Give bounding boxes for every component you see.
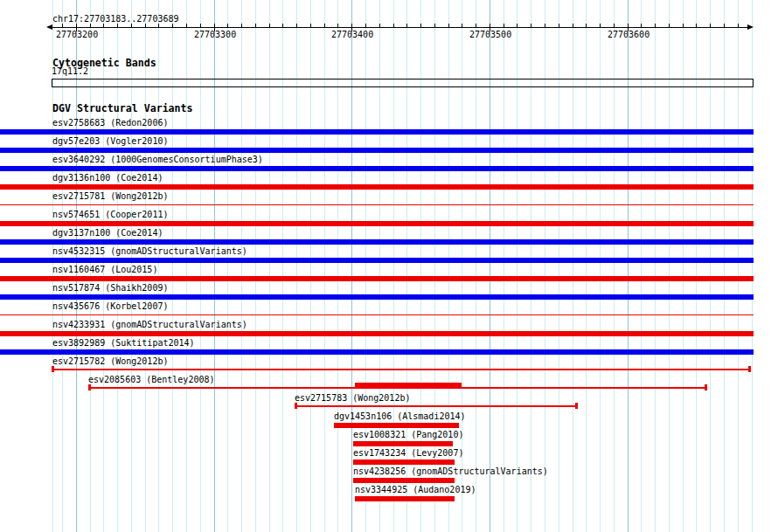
ruler-minor-tick	[586, 24, 587, 28]
ruler-minor-tick	[476, 24, 476, 28]
ruler-tick-label: 27703500	[469, 30, 511, 40]
ruler-minor-tick	[200, 24, 201, 28]
variant-glyph-nsv517874[interactable]	[0, 294, 754, 300]
variant-label-nsv4238256[interactable]: nsv4238256 (gnomADStructuralVariants)	[353, 466, 548, 477]
ruler-minor-tick	[365, 24, 366, 28]
variant-glyph-nsv4238256[interactable]	[353, 478, 455, 483]
variant-label-nsv435676[interactable]: nsv435676 (Korbel2007)	[52, 301, 168, 312]
variant-left-cap-esv2715783	[295, 403, 297, 409]
ruler-minor-tick	[282, 24, 283, 28]
variant-glyph-esv2715782[interactable]	[52, 369, 750, 370]
ruler-minor-tick	[241, 24, 242, 28]
ruler-tick-label: 27703300	[194, 30, 236, 40]
ruler-baseline	[52, 27, 748, 28]
ruler-minor-tick	[545, 24, 545, 28]
ruler-minor-tick	[255, 24, 256, 28]
variant-glyph-dgv3136n100[interactable]	[0, 184, 754, 190]
variant-glyph-nsv574651[interactable]	[0, 221, 754, 226]
variant-glyph-esv2715781[interactable]	[0, 204, 754, 205]
ruler-minor-tick	[448, 24, 449, 28]
cytoband-label: 17q11.2	[52, 66, 88, 77]
ruler-minor-tick	[227, 24, 228, 28]
cytoband-box[interactable]	[52, 79, 754, 87]
ruler-minor-tick	[517, 24, 518, 28]
variant-label-esv3892989[interactable]: esv3892989 (Suktitipat2014)	[52, 338, 195, 349]
dgv-track-title: DGV Structural Variants	[52, 103, 193, 114]
genome-browser-panel: chr17:27703183..27703689 277032002770330…	[0, 0, 778, 532]
ruler-tick-label: 27703200	[56, 30, 98, 40]
variant-glyph-dgv3137n100[interactable]	[0, 239, 754, 245]
ruler-minor-tick	[420, 24, 421, 28]
variant-glyph-nsv4233931[interactable]	[0, 331, 754, 336]
ruler-minor-tick	[531, 24, 531, 28]
variant-label-esv2715781[interactable]: esv2715781 (Wong2012b)	[52, 191, 168, 202]
ruler-minor-tick	[379, 24, 380, 28]
variant-glyph-esv1008321[interactable]	[353, 441, 453, 446]
variant-glyph-esv3892989[interactable]	[0, 349, 754, 355]
variant-label-esv3640292[interactable]: esv3640292 (1000GenomesConsortiumPhase3)	[52, 155, 263, 165]
variant-glyph-nsv435676[interactable]	[0, 314, 754, 315]
variant-label-esv1008321[interactable]: esv1008321 (Pang2010)	[353, 430, 463, 440]
variant-thick-segment-esv2085603[interactable]	[355, 383, 462, 389]
ruler-minor-tick	[337, 24, 338, 28]
ruler-minor-tick	[710, 24, 711, 28]
ruler-minor-tick	[393, 24, 394, 28]
variant-left-cap-esv2715782	[52, 366, 54, 372]
ruler-tick-label: 27703400	[331, 30, 373, 40]
variant-right-cap-esv2715783	[575, 403, 578, 409]
ruler-minor-tick	[324, 24, 325, 28]
ruler-minor-tick	[696, 24, 697, 28]
variant-label-nsv3344925[interactable]: nsv3344925 (Audano2019)	[355, 485, 476, 495]
variant-label-dgv3136n100[interactable]: dgv3136n100 (Coe2014)	[52, 173, 163, 183]
ruler-minor-tick	[655, 24, 656, 28]
ruler-minor-tick	[406, 24, 407, 28]
region-title: chr17:27703183..27703689	[52, 14, 179, 24]
variant-glyph-dgv1453n106[interactable]	[334, 423, 459, 428]
variant-label-dgv57e203[interactable]: dgv57e203 (Vogler2010)	[52, 136, 168, 147]
variant-label-nsv1160467[interactable]: nsv1160467 (Lou2015)	[52, 265, 157, 275]
variant-glyph-esv1743234[interactable]	[353, 459, 455, 465]
variant-glyph-nsv3344925[interactable]	[355, 496, 455, 501]
variant-glyph-esv2758683[interactable]	[0, 129, 754, 135]
variant-label-dgv1453n106[interactable]: dgv1453n106 (Alsmadi2014)	[334, 411, 466, 422]
variant-label-esv2715783[interactable]: esv2715783 (Wong2012b)	[295, 393, 410, 404]
variant-glyph-nsv1160467[interactable]	[0, 276, 754, 281]
ruler-minor-tick	[296, 24, 297, 28]
variant-right-cap-esv2715782	[748, 366, 751, 372]
ruler-minor-tick	[559, 24, 559, 28]
variant-label-nsv4233931[interactable]: nsv4233931 (gnomADStructuralVariants)	[52, 320, 247, 330]
ruler-minor-tick	[573, 24, 573, 28]
variant-glyph-esv3640292[interactable]	[0, 166, 754, 171]
ruler-minor-tick	[683, 24, 684, 28]
ruler-tick-label: 27703600	[608, 30, 649, 40]
ruler-minor-tick	[186, 24, 187, 28]
ruler-minor-tick	[600, 24, 601, 28]
ruler-minor-tick	[614, 24, 615, 28]
ruler-minor-tick	[738, 24, 739, 28]
variant-label-dgv3137n100[interactable]: dgv3137n100 (Coe2014)	[52, 228, 163, 238]
variant-label-esv2758683[interactable]: esv2758683 (Redon2006)	[52, 118, 168, 128]
ruler-minor-tick	[724, 24, 725, 28]
ruler-minor-tick	[310, 24, 311, 28]
variant-label-esv2715782[interactable]: esv2715782 (Wong2012b)	[52, 356, 168, 367]
variant-right-cap-esv2085603	[705, 384, 707, 390]
ruler-minor-tick	[504, 24, 504, 28]
ruler-minor-tick	[269, 24, 270, 28]
variant-glyph-esv2715783[interactable]	[295, 405, 577, 407]
ruler-minor-tick	[434, 24, 435, 28]
ruler-right-arrow-icon	[747, 24, 754, 30]
variant-label-nsv517874[interactable]: nsv517874 (Shaikh2009)	[52, 283, 168, 294]
variant-label-esv2085603[interactable]: esv2085603 (Bentley2008)	[88, 375, 215, 385]
variant-label-esv1743234[interactable]: esv1743234 (Levy2007)	[353, 448, 463, 459]
ruler-left-arrow-icon	[46, 24, 52, 30]
ruler-minor-tick	[462, 24, 462, 28]
variant-glyph-dgv57e203[interactable]	[0, 148, 754, 153]
variant-label-nsv574651[interactable]: nsv574651 (Cooper2011)	[52, 210, 168, 220]
ruler-minor-tick	[641, 24, 642, 28]
variant-glyph-nsv4532315[interactable]	[0, 258, 754, 263]
ruler-minor-tick	[669, 24, 670, 28]
variant-left-cap-esv2085603	[88, 384, 91, 390]
variant-label-nsv4532315[interactable]: nsv4532315 (gnomADStructuralVariants)	[52, 246, 247, 257]
